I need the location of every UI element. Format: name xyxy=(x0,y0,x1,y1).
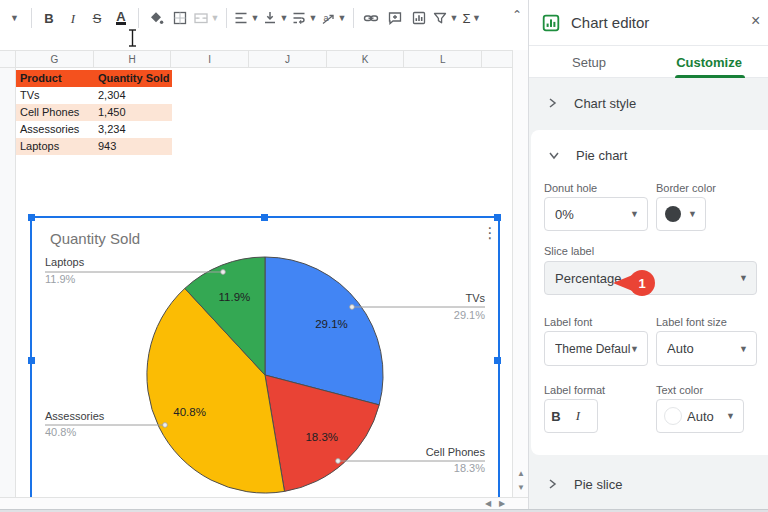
bold-button[interactable]: B xyxy=(545,409,567,424)
column-header-I[interactable]: I xyxy=(171,50,249,68)
border-color-dropdown[interactable]: ▼ xyxy=(656,197,706,231)
section-label: Pie slice xyxy=(574,477,622,492)
section-label: Pie chart xyxy=(576,148,627,163)
functions-glyph: Σ xyxy=(462,12,470,25)
section-chart-style[interactable]: Chart style xyxy=(529,86,768,120)
italic-button[interactable]: I xyxy=(62,6,84,30)
text-color-button[interactable]: A xyxy=(110,6,132,30)
label-font-dropdown[interactable]: Theme Defaul… ▼ xyxy=(544,331,648,366)
table-row[interactable]: Assessories3,234 xyxy=(16,121,172,138)
column-header-partial[interactable] xyxy=(482,50,512,68)
column-header-J[interactable]: J xyxy=(249,50,327,68)
column-header-H[interactable]: H xyxy=(94,50,172,68)
merge-cells-icon: ▼ xyxy=(193,6,220,30)
slice-percent-label: 11.9% xyxy=(219,291,251,303)
chevron-down-icon: ▼ xyxy=(250,13,260,23)
chart-editor-icon xyxy=(542,14,560,32)
insert-link-icon[interactable] xyxy=(360,6,382,30)
column-header-G[interactable]: G xyxy=(16,50,94,68)
table-cell[interactable]: Laptops xyxy=(16,138,94,155)
data-table: ProductQuantity SoldTVs2,304Cell Phones1… xyxy=(16,70,172,155)
text-color-dropdown[interactable]: Auto ▼ xyxy=(656,399,744,433)
table-header-row[interactable]: ProductQuantity Sold xyxy=(16,70,172,87)
callout-category-label: Assessories xyxy=(45,410,105,422)
close-icon[interactable]: × xyxy=(751,12,760,30)
table-row[interactable]: Cell Phones1,450 xyxy=(16,104,172,121)
selection-handle[interactable] xyxy=(261,214,268,221)
tab-customize[interactable]: Customize xyxy=(649,46,768,78)
scroll-right-icon[interactable]: ▶ xyxy=(496,499,508,509)
donut-hole-dropdown[interactable]: 0% ▼ xyxy=(544,197,648,231)
horizontal-scrollbar[interactable]: ◀ ▶ xyxy=(0,497,528,509)
table-cell[interactable]: 1,450 xyxy=(94,104,172,121)
table-cell[interactable]: Cell Phones xyxy=(16,104,94,121)
scroll-left-icon[interactable]: ◀ xyxy=(482,499,494,509)
tab-setup[interactable]: Setup xyxy=(529,46,649,78)
toolbar-divider xyxy=(353,8,354,28)
chevron-down-icon: ▼ xyxy=(449,13,459,23)
table-cell[interactable]: 943 xyxy=(94,138,172,155)
hide-menus-button[interactable]: ⌃ xyxy=(507,8,527,28)
spreadsheet-grid[interactable]: GHIJKL ProductQuantity SoldTVs2,304Cell … xyxy=(0,50,512,497)
header-cell[interactable]: Product xyxy=(16,70,94,87)
callout-anchor-dot xyxy=(221,270,226,275)
section-pie-slice[interactable]: Pie slice xyxy=(529,467,768,501)
selection-handle[interactable] xyxy=(494,214,501,221)
bold-button[interactable]: B xyxy=(38,6,60,30)
callout-category-label: TVs xyxy=(465,292,485,304)
table-cell[interactable]: 2,304 xyxy=(94,87,172,104)
bold-glyph: B xyxy=(44,12,53,25)
callout-assessories: Assessories40.8% xyxy=(45,410,167,438)
label-font-size-dropdown[interactable]: Auto ▼ xyxy=(656,331,757,366)
vertical-scrollbar[interactable]: ▲ ▼ xyxy=(512,50,528,497)
text-rotation-icon[interactable]: a▼ xyxy=(320,6,347,30)
selection-handle[interactable] xyxy=(28,214,35,221)
insert-comment-icon xyxy=(387,10,403,26)
functions-button[interactable]: Σ▼ xyxy=(461,6,483,30)
label-font-size-label: Label font size xyxy=(656,316,727,328)
chart-editor-panel: Chart editor × Setup Customize Chart sty… xyxy=(528,0,768,509)
table-row[interactable]: Laptops943 xyxy=(16,138,172,155)
callout-percent-label: 18.3% xyxy=(454,462,485,474)
create-filter-icon[interactable]: ▼ xyxy=(432,6,459,30)
column-header-L[interactable]: L xyxy=(404,50,482,68)
chevron-down-icon: ▼ xyxy=(279,13,289,23)
vertical-align-icon[interactable]: ▼ xyxy=(262,6,289,30)
fill-color-icon[interactable] xyxy=(145,6,167,30)
text-color-value: Auto xyxy=(687,409,714,424)
borders-icon xyxy=(172,10,188,26)
scroll-up-icon[interactable]: ▲ xyxy=(515,468,527,480)
table-cell[interactable]: TVs xyxy=(16,87,94,104)
label-format-group: B I xyxy=(544,399,598,433)
column-header-K[interactable]: K xyxy=(327,50,405,68)
section-pie-chart[interactable]: Pie chart xyxy=(531,138,768,172)
chevron-down-icon: ▼ xyxy=(630,344,639,354)
embedded-chart[interactable]: 29.1%18.3%40.8%11.9%Laptops11.9%TVs29.1%… xyxy=(30,216,500,497)
header-cell[interactable]: Quantity Sold xyxy=(94,70,172,87)
google-sheets-app: { "toolbar": { "items": [ {"id": "toolba… xyxy=(0,0,768,512)
italic-button[interactable]: I xyxy=(567,408,589,424)
strikethrough-button[interactable]: S xyxy=(86,6,108,30)
selection-handle[interactable] xyxy=(494,357,501,364)
toolbar-overflow-icon[interactable]: ▼ xyxy=(3,6,25,30)
chart-options-menu-icon[interactable]: ⋮ xyxy=(482,224,498,242)
horizontal-align-icon[interactable]: ▼ xyxy=(233,6,260,30)
toolbar-divider xyxy=(138,8,139,28)
selection-handle[interactable] xyxy=(28,357,35,364)
table-row[interactable]: TVs2,304 xyxy=(16,87,172,104)
scroll-down-icon[interactable]: ▼ xyxy=(515,482,527,494)
table-cell[interactable]: 3,234 xyxy=(94,121,172,138)
callout-tvs: TVs29.1% xyxy=(350,292,486,321)
fill-color-icon xyxy=(148,10,164,26)
table-cell[interactable]: Assessories xyxy=(16,121,94,138)
borders-icon[interactable] xyxy=(169,6,191,30)
text-wrap-icon xyxy=(291,10,307,26)
chevron-down-icon xyxy=(548,149,560,161)
chevron-down-icon: ▼ xyxy=(337,13,347,23)
insert-comment-icon[interactable] xyxy=(384,6,406,30)
insert-chart-icon[interactable] xyxy=(408,6,430,30)
text-color-glyph: A xyxy=(116,11,125,26)
text-wrap-icon[interactable]: ▼ xyxy=(291,6,318,30)
section-label: Chart style xyxy=(574,96,636,111)
grid-corner[interactable] xyxy=(0,50,16,68)
